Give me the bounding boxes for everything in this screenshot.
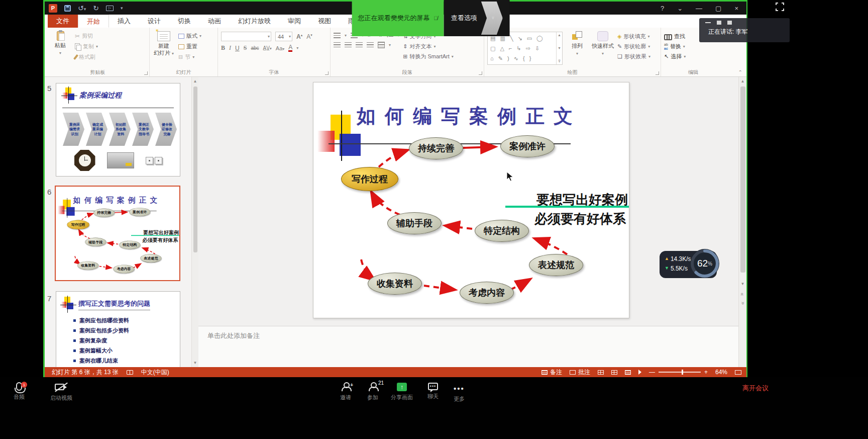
next-slide-icon[interactable]: «: [740, 302, 746, 305]
tab-slideshow[interactable]: 幻灯片放映: [230, 15, 279, 28]
chat-button[interactable]: ••• 聊天: [418, 381, 448, 400]
shape-effects-button[interactable]: ❏ 形状效果▾: [617, 53, 650, 60]
scrollbar-thumb[interactable]: [740, 86, 745, 273]
tab-home[interactable]: 开始: [78, 15, 109, 28]
section-button[interactable]: ⊟节▾: [178, 53, 201, 61]
justify-icon[interactable]: [367, 42, 374, 48]
fullscreen-icon[interactable]: [776, 3, 784, 11]
char-spacing-icon[interactable]: A̲V̲▾: [263, 45, 272, 51]
thumbnails-scrollbar[interactable]: ▲ ▼: [191, 77, 198, 367]
zoom-slider[interactable]: — +: [649, 369, 708, 376]
tab-design[interactable]: 设计: [139, 15, 169, 28]
tab-transitions[interactable]: 切换: [169, 15, 199, 28]
save-icon[interactable]: [64, 5, 71, 12]
previous-slide-icon[interactable]: «: [740, 293, 746, 296]
arrange-button[interactable]: 排列▾: [566, 30, 588, 69]
scroll-down-icon[interactable]: ▼: [193, 361, 197, 367]
thumbnail-slide-7[interactable]: 撰写正文需要思考的问题 案例应包括哪些资料 案例应包括多少资料 案例复杂度 案例…: [56, 291, 180, 367]
close-icon[interactable]: ×: [734, 5, 738, 12]
reading-view-icon[interactable]: [625, 370, 631, 375]
font-size-combo[interactable]: 44▾: [275, 32, 292, 41]
panel-window-icon[interactable]: [727, 21, 732, 25]
paste-button[interactable]: 粘贴▾: [49, 30, 71, 69]
shape-outline-button[interactable]: ✎ 形状轮廓▾: [617, 43, 650, 50]
font-dialog-launcher[interactable]: [325, 71, 329, 75]
proofing-icon[interactable]: [127, 370, 133, 375]
notes-pane[interactable]: 单击此处添加备注: [198, 326, 738, 367]
layout-button[interactable]: 版式▾: [178, 32, 201, 40]
replace-button[interactable]: abac 替换▾: [664, 43, 686, 50]
collapse-ribbon-icon[interactable]: ⌃: [738, 69, 742, 75]
zoom-in-icon[interactable]: +: [704, 369, 708, 376]
notes-placeholder[interactable]: 单击此处添加备注: [207, 331, 260, 340]
align-center-icon[interactable]: [345, 42, 352, 48]
notes-toggle[interactable]: 备注: [541, 368, 562, 377]
shapes-scroll[interactable]: ▲▼⊽: [556, 32, 562, 64]
slide-page[interactable]: 如何编写案例正文: [313, 82, 629, 318]
view-options-button[interactable]: 查看选项∨: [444, 0, 510, 36]
shrink-font-icon[interactable]: A▾: [306, 33, 312, 40]
undo-icon[interactable]: ↺▾: [78, 5, 86, 12]
tab-insert[interactable]: 插入: [109, 15, 139, 28]
scrollbar-thumb[interactable]: [193, 86, 197, 252]
strikethrough-icon[interactable]: S: [244, 44, 247, 52]
redo-icon[interactable]: ↻: [93, 5, 99, 12]
restore-icon[interactable]: ▢: [715, 5, 721, 12]
tab-view[interactable]: 视图: [309, 15, 340, 28]
format-painter-button[interactable]: 格式刷: [75, 53, 98, 61]
shadow-icon[interactable]: abc: [251, 45, 259, 51]
main-scrollbar[interactable]: ▲ ▼ « «: [738, 77, 746, 367]
reset-button[interactable]: 重置: [178, 43, 201, 50]
zoom-out-icon[interactable]: —: [649, 369, 655, 376]
change-case-icon[interactable]: Aa▾: [276, 45, 284, 51]
panel-minimize-icon[interactable]: [705, 22, 711, 23]
fit-to-window-icon[interactable]: [735, 370, 741, 375]
ribbon-options-icon[interactable]: ⌄: [677, 5, 683, 12]
select-button[interactable]: ↖ 选择▾: [664, 53, 686, 60]
audio-button[interactable]: 1 音频: [4, 381, 34, 401]
slide-sorter-icon[interactable]: [611, 370, 617, 375]
clipboard-dialog-launcher[interactable]: [144, 71, 148, 75]
shapes-gallery[interactable]: ▤ ▥ ╲ ↘ ▭ ◯ ▢ △ ⌐ ↳ ⇨ ⇩ ⌂ ✎ ) ∿ { } ▲▼⊽: [487, 32, 563, 65]
font-color-icon[interactable]: A: [288, 44, 292, 52]
share-screen-button[interactable]: ↑ 分享画面: [387, 381, 417, 401]
scroll-up-icon[interactable]: ▲: [193, 77, 197, 83]
font-name-combo[interactable]: ▾: [221, 32, 271, 41]
zoom-level[interactable]: 64%: [715, 369, 727, 376]
convert-smartart-button[interactable]: ⊞ 转换为 SmartArt▾: [403, 53, 454, 60]
thumbnail-slide-6-selected[interactable]: 如何编写案例正文: [55, 186, 180, 281]
underline-icon[interactable]: U: [235, 45, 240, 52]
invite-button[interactable]: + 邀请: [331, 381, 361, 401]
leave-meeting-button[interactable]: 离开会议: [742, 384, 769, 393]
zoom-knob[interactable]: [682, 370, 683, 375]
tab-animations[interactable]: 动画: [199, 15, 230, 28]
paragraph-dialog-launcher[interactable]: [479, 71, 482, 75]
shape-fill-button[interactable]: ◈ 形状填充▾: [617, 33, 650, 40]
italic-icon[interactable]: I: [229, 44, 231, 52]
normal-view-icon[interactable]: [598, 370, 604, 375]
align-right-icon[interactable]: [356, 42, 363, 48]
tab-file[interactable]: 文件: [48, 15, 78, 28]
qat-customize-icon[interactable]: ▾: [121, 6, 123, 11]
participants-button[interactable]: 21 参加: [358, 381, 388, 401]
help-icon[interactable]: ?: [661, 5, 664, 12]
copy-button[interactable]: 复制▾: [75, 43, 98, 50]
new-slide-button[interactable]: 新建 幻灯片 ▾: [153, 30, 175, 69]
panel-window-icon[interactable]: [717, 21, 721, 25]
drawing-dialog-launcher[interactable]: [656, 71, 659, 75]
tab-review[interactable]: 审阅: [279, 15, 309, 28]
more-button[interactable]: ••• 更多: [444, 381, 474, 403]
thumbnail-slide-5[interactable]: 案例采编过程 案例采编需求识别 确定成案采编计划 初始联系收集资料 案例正文教学…: [56, 83, 180, 177]
align-text-button[interactable]: ⇕ 对齐文本▾: [403, 43, 454, 50]
scroll-up-icon[interactable]: ▲: [741, 77, 745, 83]
columns-icon[interactable]: [378, 42, 385, 48]
grow-font-icon[interactable]: A▴: [296, 33, 302, 40]
cut-button[interactable]: ✂ 剪切: [75, 32, 98, 40]
comments-toggle[interactable]: 批注: [570, 368, 590, 377]
bullets-icon[interactable]: [334, 33, 341, 38]
start-video-button[interactable]: 启动视频: [46, 381, 76, 402]
scroll-down-icon[interactable]: ▼: [741, 282, 745, 286]
minimize-icon[interactable]: —: [696, 5, 702, 12]
start-slideshow-icon[interactable]: ▷: [106, 6, 114, 11]
language-indicator[interactable]: 中文(中国): [141, 368, 169, 377]
